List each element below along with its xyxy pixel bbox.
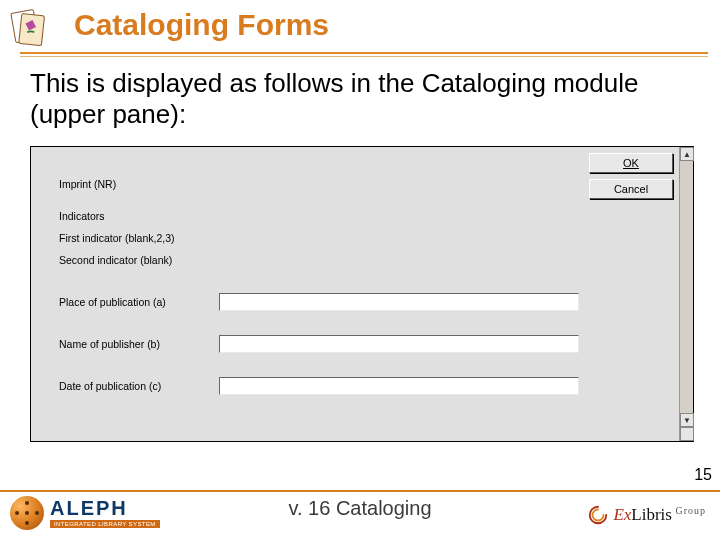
decorative-document-icon (8, 6, 50, 48)
label-indicators: Indicators (59, 210, 219, 222)
cataloging-form-panel: OK Cancel Imprint (NR) Indicators First … (30, 146, 694, 442)
label-imprint: Imprint (NR) (59, 178, 219, 190)
exlibris-logo: ExLibris Group (556, 504, 706, 530)
svg-rect-1 (19, 14, 45, 46)
label-publisher: Name of publisher (b) (59, 338, 219, 350)
ok-button[interactable]: OK (589, 153, 673, 173)
scroll-up-button[interactable]: ▲ (680, 147, 694, 161)
scroll-corner (680, 427, 694, 441)
exlibris-swirl-icon (587, 504, 609, 526)
label-place: Place of publication (a) (59, 296, 219, 308)
exlibris-ex: Ex (613, 505, 631, 524)
label-second-indicator: Second indicator (blank) (59, 254, 219, 266)
intro-text: This is displayed as follows in the Cata… (30, 68, 670, 130)
input-place-of-publication[interactable] (219, 293, 579, 311)
input-name-of-publisher[interactable] (219, 335, 579, 353)
page-number: 15 (694, 466, 712, 484)
form-area: Imprint (NR) Indicators First indicator … (59, 175, 579, 409)
input-date-of-publication[interactable] (219, 377, 579, 395)
label-first-indicator: First indicator (blank,2,3) (59, 232, 219, 244)
title-rule (20, 52, 708, 54)
cancel-button[interactable]: Cancel (589, 179, 673, 199)
exlibris-group: Group (672, 505, 706, 516)
slide-title: Cataloging Forms (74, 8, 329, 42)
exlibris-libris: Libris (631, 505, 672, 524)
vertical-scrollbar[interactable]: ▲ ▼ (679, 147, 693, 441)
aleph-subtitle: INTEGRATED LIBRARY SYSTEM (50, 520, 160, 528)
label-date: Date of publication (c) (59, 380, 219, 392)
scroll-down-button[interactable]: ▼ (680, 413, 694, 427)
title-rule-thin (20, 56, 708, 57)
